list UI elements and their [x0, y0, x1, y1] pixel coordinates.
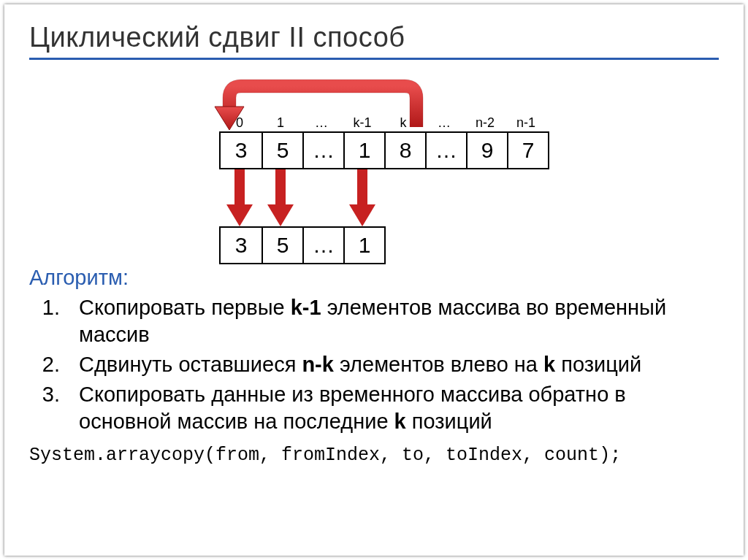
var-k-1: k-1	[291, 296, 321, 319]
cell: 7	[507, 133, 548, 168]
cell: 9	[466, 133, 507, 168]
var-k: k	[394, 410, 406, 433]
algorithm-label: Алгоритм:	[29, 266, 719, 290]
cell: 3	[221, 228, 262, 263]
svg-rect-3	[275, 169, 286, 206]
text: позиций	[555, 353, 641, 376]
idx-4: k	[383, 115, 424, 131]
slide-title: Циклический сдвиг II способ	[29, 22, 719, 60]
cell: 8	[384, 133, 425, 168]
diagram-area: 0 1 … k-1 k … n-2 n-1 3 5 … 1 8 … 9 7	[29, 73, 719, 263]
index-row: 0 1 … k-1 k … n-2 n-1	[219, 115, 546, 131]
code-line: System.arraycopy(from, fromIndex, to, to…	[29, 445, 719, 466]
idx-7: n-1	[505, 115, 546, 131]
cell: 5	[262, 133, 302, 168]
cell: …	[425, 133, 466, 168]
idx-2: …	[301, 115, 342, 131]
text: Сдвинуть оставшиеся	[79, 353, 302, 376]
algorithm-steps: Скопировать первые k-1 элементов массива…	[66, 294, 719, 436]
text: Скопировать данные из временного массива…	[79, 383, 626, 433]
idx-6: n-2	[465, 115, 505, 131]
svg-rect-1	[234, 169, 245, 206]
svg-marker-2	[226, 204, 253, 226]
text: Скопировать первые	[79, 296, 291, 319]
idx-1: 1	[260, 115, 301, 131]
down-arrow-icon	[267, 169, 294, 226]
var-k: k	[543, 353, 555, 376]
cell: 1	[343, 133, 384, 168]
text: элементов влево на	[334, 353, 543, 376]
source-array: 3 5 … 1 8 … 9 7	[219, 131, 549, 169]
copy-arrows	[219, 169, 383, 228]
idx-5: …	[424, 115, 465, 131]
svg-rect-5	[357, 169, 367, 206]
idx-0: 0	[219, 115, 260, 131]
svg-marker-6	[349, 204, 375, 226]
svg-marker-4	[267, 204, 294, 226]
step-2: Сдвинуть оставшиеся n-k элементов влево …	[66, 351, 719, 378]
step-3: Скопировать данные из временного массива…	[66, 381, 719, 435]
text: позиций	[406, 410, 492, 433]
down-arrow-icon	[226, 169, 253, 226]
idx-3: k-1	[342, 115, 383, 131]
cell: 3	[221, 133, 262, 168]
down-arrow-icon	[349, 169, 375, 226]
cell: …	[302, 133, 343, 168]
cell: …	[302, 228, 343, 263]
cell: 1	[343, 228, 384, 263]
var-n-k: n-k	[302, 353, 334, 376]
step-1: Скопировать первые k-1 элементов массива…	[66, 294, 719, 348]
temp-array: 3 5 … 1	[219, 226, 386, 264]
cell: 5	[262, 228, 302, 263]
